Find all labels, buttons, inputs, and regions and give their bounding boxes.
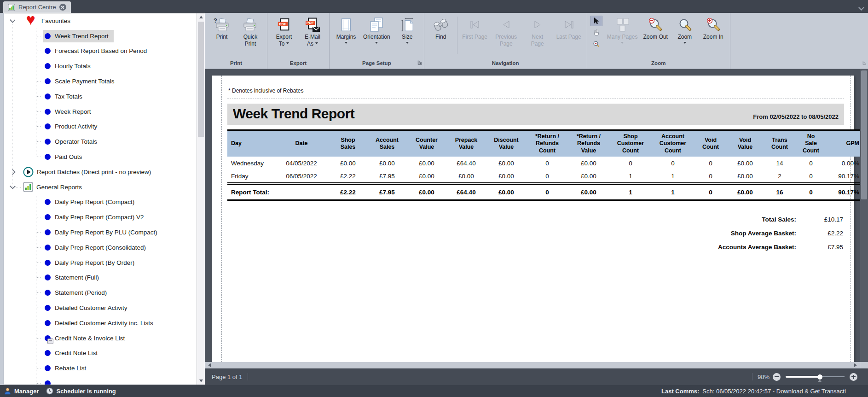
tree-item-tax-totals[interactable]: Tax Totals [4, 89, 197, 104]
dialog-launcher-icon[interactable] [862, 58, 867, 67]
first-page-button[interactable]: First Page [459, 15, 491, 41]
print-button[interactable]: ? Print [208, 15, 236, 41]
tree-item-body[interactable]: Statement (Full) [43, 271, 104, 284]
chevron-down-icon[interactable] [859, 3, 863, 12]
tree-connector [36, 338, 41, 339]
tree-scrollbar-thumb[interactable] [198, 22, 204, 137]
tree-scrollbar[interactable] [197, 13, 205, 385]
tree-item-body[interactable]: Credit Note & Invoice List [43, 332, 130, 344]
list-badge-icon [47, 339, 53, 344]
tree-item-body[interactable]: Daily Prep Report By PLU (Compact) [43, 226, 162, 239]
zoom-region-tool-button[interactable] [590, 39, 602, 49]
preview-scrollbar-thumb[interactable] [861, 70, 867, 199]
tree-item-daily-prep-report-consolidated[interactable]: Daily Prep Report (Consolidated) [4, 240, 197, 255]
tree-item-body[interactable]: Statement (Period) [43, 286, 112, 299]
margins-button[interactable]: Margins [332, 15, 360, 46]
zoom-slider[interactable] [786, 373, 845, 380]
tree-item-body[interactable]: Week Trend Report [43, 30, 114, 42]
dropdown-arrow-icon [406, 42, 409, 45]
hand-tool-button[interactable] [590, 27, 602, 38]
tree-item-daily-prep-report-by-plu-compact[interactable]: Daily Prep Report By PLU (Compact) [4, 225, 197, 240]
next-page-button[interactable]: Next Page [522, 15, 553, 48]
expander-icon[interactable] [9, 170, 16, 174]
tree-item-statement-full[interactable]: Statement (Full) [4, 270, 197, 286]
zoom-increase-button[interactable] [850, 373, 857, 381]
many-pages-button[interactable]: Many Pages [604, 15, 641, 46]
size-button[interactable]: Size [393, 15, 422, 46]
tree-item-product-activity[interactable]: Product Activity [4, 119, 197, 134]
tree-item-week-report[interactable]: Week Report [4, 104, 197, 119]
report-preview[interactable]: * Denotes inclusive of Rebates Week Tren… [205, 69, 868, 362]
tree-item-scale-payment-totals[interactable]: Scale Payment Totals [4, 74, 197, 89]
email-as-button[interactable]: PDF E-Mail As [298, 15, 327, 48]
ribbon-group-navigation: Find First Page [424, 13, 587, 69]
tree-item-daily-prep-report-by-order[interactable]: Daily Prep Report (By Order) [4, 255, 197, 270]
tree-item-body[interactable] [43, 377, 60, 385]
find-button[interactable]: Find [427, 15, 455, 41]
scroll-up-icon[interactable] [197, 13, 205, 21]
tree-item-body[interactable]: Scale Payment Totals [43, 75, 120, 88]
last-comms-value: Sch: 06/05/2022 20:42:57 - Download & Ge… [702, 388, 845, 395]
scroll-left-icon[interactable] [205, 363, 214, 367]
orientation-button[interactable]: Orientation [360, 15, 393, 46]
tree-item-body[interactable]: Rebate List [43, 362, 91, 374]
tree-item-general-reports[interactable]: General Reports [4, 180, 197, 195]
tree-item-report-batches-direct-print-no-preview[interactable]: Report Batches (Direct print - no previe… [4, 164, 197, 180]
zoom-button[interactable]: Zoom [671, 15, 699, 46]
tree-item-body[interactable]: Daily Prep Report (Consolidated) [43, 241, 151, 254]
tree-item-body[interactable]: Paid Outs [43, 151, 87, 163]
tree-item-body[interactable]: Daily Prep Report (Compact) [43, 196, 139, 208]
tree-item-body[interactable]: Operator Totals [43, 135, 102, 148]
expander-icon[interactable] [9, 186, 16, 188]
preview-hscrollbar[interactable] [205, 362, 868, 368]
tree-item-detailed-customer-activity[interactable]: Detailed Customer Activity [4, 300, 197, 315]
tree-item-body[interactable]: Daily Prep Report (By Order) [43, 257, 139, 269]
tree-item-body[interactable]: Week Report [43, 105, 96, 118]
zoom-decrease-button[interactable] [773, 373, 781, 381]
scroll-right-icon[interactable] [851, 363, 860, 367]
zoom-in-button[interactable]: Zoom In [699, 15, 728, 41]
tree-item-body[interactable]: Detailed Customer Activity inc. Lists [43, 317, 158, 329]
tree-item-rebate-list[interactable]: Rebate List [4, 361, 197, 376]
previous-page-button[interactable]: Previous Page [491, 15, 522, 48]
tree-item-body[interactable]: Forecast Report Based on Period [43, 45, 152, 57]
tree-item-forecast-report-based-on-period[interactable]: Forecast Report Based on Period [4, 44, 197, 59]
tree-item-operator-totals[interactable]: Operator Totals [4, 134, 197, 149]
zoom-in-label: Zoom In [703, 34, 723, 41]
tree-item-item[interactable] [4, 376, 197, 385]
tree-item-credit-note-list[interactable]: Credit Note List [4, 346, 197, 361]
scroll-down-icon[interactable] [197, 377, 205, 385]
tab-close-icon[interactable] [59, 4, 66, 11]
tab-report-centre[interactable]: Report Centre [3, 1, 71, 13]
tree-item-paid-outs[interactable]: Paid Outs [4, 149, 197, 164]
tree-item-favourites[interactable]: ♥Favourites [4, 13, 197, 29]
printer-icon [242, 16, 259, 34]
tree-item-body[interactable]: Tax Totals [43, 90, 87, 103]
tree-scrollbar-track[interactable] [197, 21, 205, 377]
tree-item-detailed-customer-activity-inc-lists[interactable]: Detailed Customer Activity inc. Lists [4, 315, 197, 331]
tree-item-body[interactable]: Detailed Customer Activity [43, 302, 133, 314]
tree-item-credit-note-invoice-list[interactable]: Credit Note & Invoice List [4, 331, 197, 346]
quick-print-button[interactable]: Quick Print [236, 15, 265, 48]
tree-item-statement-period[interactable]: Statement (Period) [4, 285, 197, 300]
tree-item-body[interactable]: Credit Note List [43, 347, 103, 359]
total-cell: £0.00 [727, 184, 763, 200]
tree-item-body[interactable]: Hourly Totals [43, 60, 96, 72]
tree-connector [36, 368, 41, 368]
expander-icon[interactable] [9, 19, 16, 22]
column-header: GPM [826, 130, 863, 157]
export-to-button[interactable]: PDF Export To [270, 15, 298, 48]
tree-item-daily-prep-report-compact[interactable]: Daily Prep Report (Compact) [4, 195, 197, 210]
tree-item-hourly-totals[interactable]: Hourly Totals [4, 58, 197, 74]
pointer-tool-button[interactable] [590, 16, 602, 26]
tree-connector [36, 292, 41, 293]
tree-item-body[interactable]: Product Activity [43, 120, 102, 133]
preview-scrollbar[interactable] [860, 69, 868, 362]
last-page-button[interactable]: Last Page [553, 15, 584, 41]
dialog-launcher-icon[interactable] [417, 58, 422, 67]
tree-item-week-trend-report[interactable]: Week Trend Report [4, 29, 197, 44]
tree-item-body[interactable]: Daily Prep Report (Compact) V2 [43, 211, 149, 223]
tree-item-daily-prep-report-compact-v2[interactable]: Daily Prep Report (Compact) V2 [4, 210, 197, 225]
zoom-out-button[interactable]: Zoom Out [640, 15, 670, 41]
zoom-slider-thumb[interactable] [817, 374, 822, 379]
